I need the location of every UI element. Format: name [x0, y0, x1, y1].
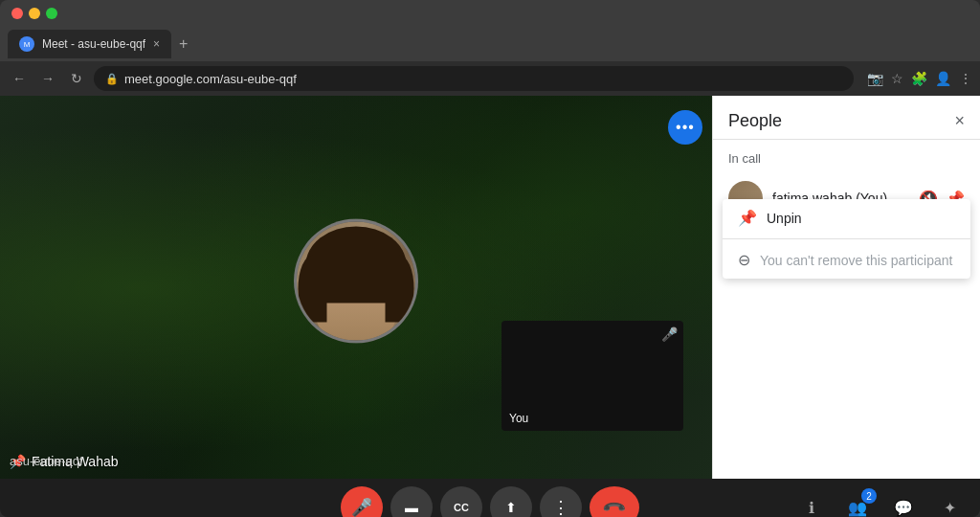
browser-more-icon[interactable]: ⋮ [959, 71, 972, 86]
self-muted-icon: 🎤 [661, 326, 678, 342]
lock-icon: 🔒 [105, 73, 119, 85]
main-participant-video [294, 219, 418, 344]
browser-actions: 📷 ☆ 🧩 👤 ⋮ [867, 71, 972, 86]
unpin-menu-item[interactable]: 📌 Unpin [723, 199, 970, 236]
more-icon: ⋮ [552, 497, 569, 517]
back-button[interactable]: ← [8, 67, 31, 90]
bookmark-icon[interactable]: ☆ [891, 71, 903, 86]
reload-button[interactable]: ↻ [65, 67, 88, 90]
title-bar [0, 0, 980, 27]
camera-icon: ▬ [405, 500, 418, 515]
avatar-image [297, 222, 415, 341]
active-tab[interactable]: M Meet - asu-eube-qqf × [8, 30, 171, 58]
self-video: 🎤 You [501, 321, 683, 431]
address-bar: ← → ↻ 🔒 meet.google.com/asu-eube-qqf 📷 ☆… [0, 61, 980, 96]
url-text: meet.google.com/asu-eube-qqf [124, 72, 297, 86]
browser-window: M Meet - asu-eube-qqf × + ← → ↻ 🔒 meet.g… [0, 0, 980, 517]
in-call-label: In call [713, 140, 980, 173]
camera-browser-icon[interactable]: 📷 [867, 71, 883, 86]
context-menu: 📌 Unpin ⊖ You can't remove this particip… [723, 199, 970, 279]
close-window-button[interactable] [11, 8, 23, 19]
profile-icon[interactable]: 👤 [935, 71, 951, 86]
info-icon: ℹ [809, 499, 814, 517]
present-button[interactable]: ⬆ [490, 486, 532, 517]
captions-button[interactable]: CC [440, 486, 482, 517]
new-tab-button[interactable]: + [175, 32, 191, 56]
extensions-icon[interactable]: 🧩 [911, 71, 927, 86]
unpin-label: Unpin [767, 211, 802, 226]
mute-button[interactable]: 🎤 [341, 486, 383, 517]
menu-divider [723, 238, 970, 239]
video-area: ••• 📌 Fatima Wahab asu-eube-qqf 🎤 You [0, 96, 712, 479]
remove-icon: ⊖ [738, 251, 750, 269]
more-options-icon: ••• [676, 119, 695, 136]
chat-button[interactable]: 💬 [884, 488, 923, 517]
controls-bar: 🎤 ▬ CC ⬆ ⋮ 📞 ℹ 👥 2 💬 [0, 479, 980, 517]
traffic-lights [11, 8, 57, 19]
self-video-label: You [509, 412, 528, 425]
tab-bar: M Meet - asu-eube-qqf × + [0, 27, 980, 61]
panel-title: People [728, 111, 782, 131]
panel-header: People × [713, 96, 980, 140]
unpin-icon: 📌 [738, 209, 757, 227]
people-panel: People × In call fatima wahab (You) 🔇 📌 … [712, 96, 980, 479]
people-button[interactable]: 👥 2 [838, 488, 877, 517]
main-avatar [294, 219, 418, 344]
remove-participant-item: ⊖ You can't remove this participant [723, 241, 970, 279]
chat-icon: 💬 [894, 499, 913, 517]
info-button[interactable]: ℹ [792, 488, 831, 517]
end-call-button[interactable]: 📞 [590, 486, 639, 517]
right-controls: ℹ 👥 2 💬 ✦ [792, 488, 969, 517]
forward-button[interactable]: → [36, 67, 59, 90]
url-bar[interactable]: 🔒 meet.google.com/asu-eube-qqf [94, 66, 854, 91]
tab-favicon: M [19, 36, 34, 52]
more-button[interactable]: ⋮ [540, 486, 582, 517]
present-icon: ⬆ [505, 500, 517, 515]
mute-icon: 🎤 [351, 497, 372, 517]
more-options-button[interactable]: ••• [668, 110, 702, 145]
minimize-window-button[interactable] [29, 8, 40, 19]
activities-icon: ✦ [944, 499, 956, 517]
maximize-window-button[interactable] [46, 8, 57, 19]
tab-title: Meet - asu-eube-qqf [42, 37, 145, 51]
remove-label: You can't remove this participant [760, 253, 952, 268]
avatar-hair [306, 227, 407, 303]
tab-close-button[interactable]: × [153, 37, 160, 51]
captions-icon: CC [454, 502, 469, 513]
activities-button[interactable]: ✦ [930, 488, 969, 517]
main-content: ••• 📌 Fatima Wahab asu-eube-qqf 🎤 You [0, 96, 980, 479]
panel-close-button[interactable]: × [954, 111, 965, 131]
camera-button[interactable]: ▬ [390, 486, 433, 517]
people-badge: 2 [861, 488, 877, 504]
end-call-icon: 📞 [601, 494, 628, 517]
meeting-id: asu-eube-qqf [10, 452, 83, 469]
